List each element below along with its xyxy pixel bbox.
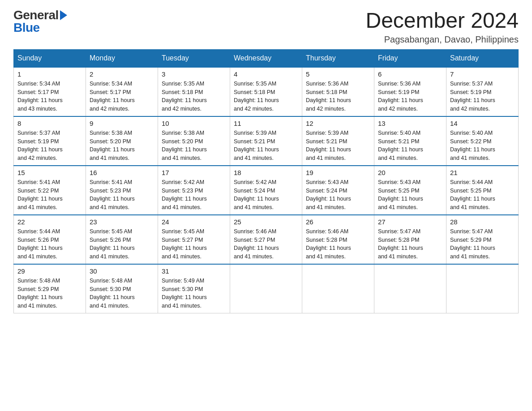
day-info: Sunrise: 5:35 AM Sunset: 5:18 PM Dayligh… <box>162 80 226 113</box>
calendar-week-row: 1 Sunrise: 5:34 AM Sunset: 5:17 PM Dayli… <box>14 67 519 116</box>
calendar-cell: 26 Sunrise: 5:46 AM Sunset: 5:28 PM Dayl… <box>302 215 374 264</box>
day-info: Sunrise: 5:48 AM Sunset: 5:29 PM Dayligh… <box>17 277 82 310</box>
calendar-header-sunday: Sunday <box>14 49 86 67</box>
calendar-cell: 3 Sunrise: 5:35 AM Sunset: 5:18 PM Dayli… <box>158 67 230 116</box>
day-number: 2 <box>90 70 154 78</box>
calendar-cell: 25 Sunrise: 5:46 AM Sunset: 5:27 PM Dayl… <box>230 215 302 264</box>
calendar-cell <box>302 264 374 313</box>
day-number: 14 <box>450 120 515 127</box>
day-number: 27 <box>378 218 442 226</box>
calendar-cell: 21 Sunrise: 5:44 AM Sunset: 5:25 PM Dayl… <box>446 166 519 215</box>
calendar-cell <box>230 264 302 313</box>
calendar-cell: 8 Sunrise: 5:37 AM Sunset: 5:19 PM Dayli… <box>14 116 86 166</box>
calendar-header-thursday: Thursday <box>302 49 374 67</box>
calendar-week-row: 8 Sunrise: 5:37 AM Sunset: 5:19 PM Dayli… <box>14 116 519 166</box>
day-number: 26 <box>306 218 370 226</box>
day-number: 11 <box>234 120 298 127</box>
day-number: 22 <box>17 218 82 226</box>
day-info: Sunrise: 5:48 AM Sunset: 5:30 PM Dayligh… <box>90 277 154 310</box>
day-number: 28 <box>450 218 515 226</box>
day-number: 8 <box>17 120 82 127</box>
calendar-cell: 31 Sunrise: 5:49 AM Sunset: 5:30 PM Dayl… <box>158 264 230 313</box>
day-number: 31 <box>162 267 226 275</box>
day-number: 16 <box>90 169 154 176</box>
day-info: Sunrise: 5:44 AM Sunset: 5:26 PM Dayligh… <box>17 227 82 261</box>
day-info: Sunrise: 5:36 AM Sunset: 5:19 PM Dayligh… <box>378 80 442 113</box>
location-title: Pagsabangan, Davao, Philippines <box>365 34 519 45</box>
day-info: Sunrise: 5:37 AM Sunset: 5:19 PM Dayligh… <box>17 129 82 163</box>
day-info: Sunrise: 5:46 AM Sunset: 5:28 PM Dayligh… <box>306 227 370 261</box>
day-info: Sunrise: 5:44 AM Sunset: 5:25 PM Dayligh… <box>450 178 515 212</box>
day-number: 4 <box>234 70 298 78</box>
day-number: 13 <box>378 120 442 127</box>
page-header: General Blue December 2024 Pagsabangan, … <box>13 9 519 45</box>
day-number: 23 <box>90 218 154 226</box>
calendar-cell: 14 Sunrise: 5:40 AM Sunset: 5:22 PM Dayl… <box>446 116 519 166</box>
day-number: 6 <box>378 70 442 78</box>
day-number: 30 <box>90 267 154 275</box>
calendar-week-row: 15 Sunrise: 5:41 AM Sunset: 5:22 PM Dayl… <box>14 166 519 215</box>
calendar-cell: 10 Sunrise: 5:38 AM Sunset: 5:20 PM Dayl… <box>158 116 230 166</box>
calendar-cell: 17 Sunrise: 5:42 AM Sunset: 5:23 PM Dayl… <box>158 166 230 215</box>
calendar-cell: 27 Sunrise: 5:47 AM Sunset: 5:28 PM Dayl… <box>374 215 446 264</box>
day-number: 7 <box>450 70 515 78</box>
day-number: 3 <box>162 70 226 78</box>
day-number: 20 <box>378 169 442 176</box>
logo: General Blue <box>13 9 67 34</box>
calendar-week-row: 29 Sunrise: 5:48 AM Sunset: 5:29 PM Dayl… <box>14 264 519 313</box>
calendar-cell: 5 Sunrise: 5:36 AM Sunset: 5:18 PM Dayli… <box>302 67 374 116</box>
calendar-cell: 6 Sunrise: 5:36 AM Sunset: 5:19 PM Dayli… <box>374 67 446 116</box>
calendar-cell: 16 Sunrise: 5:41 AM Sunset: 5:23 PM Dayl… <box>86 166 158 215</box>
day-info: Sunrise: 5:41 AM Sunset: 5:23 PM Dayligh… <box>90 178 154 212</box>
calendar-week-row: 22 Sunrise: 5:44 AM Sunset: 5:26 PM Dayl… <box>14 215 519 264</box>
calendar-cell: 20 Sunrise: 5:43 AM Sunset: 5:25 PM Dayl… <box>374 166 446 215</box>
day-info: Sunrise: 5:41 AM Sunset: 5:22 PM Dayligh… <box>17 178 82 212</box>
calendar-cell: 23 Sunrise: 5:45 AM Sunset: 5:26 PM Dayl… <box>86 215 158 264</box>
calendar-cell: 11 Sunrise: 5:39 AM Sunset: 5:21 PM Dayl… <box>230 116 302 166</box>
calendar-cell: 28 Sunrise: 5:47 AM Sunset: 5:29 PM Dayl… <box>446 215 519 264</box>
calendar-header-friday: Friday <box>374 49 446 67</box>
day-info: Sunrise: 5:42 AM Sunset: 5:24 PM Dayligh… <box>234 178 298 212</box>
calendar-cell: 12 Sunrise: 5:39 AM Sunset: 5:21 PM Dayl… <box>302 116 374 166</box>
calendar-header-row: SundayMondayTuesdayWednesdayThursdayFrid… <box>14 49 519 67</box>
calendar-header-saturday: Saturday <box>446 49 519 67</box>
calendar-cell: 29 Sunrise: 5:48 AM Sunset: 5:29 PM Dayl… <box>14 264 86 313</box>
calendar-header-tuesday: Tuesday <box>158 49 230 67</box>
day-info: Sunrise: 5:38 AM Sunset: 5:20 PM Dayligh… <box>162 129 226 163</box>
day-number: 10 <box>162 120 226 127</box>
calendar-cell: 24 Sunrise: 5:45 AM Sunset: 5:27 PM Dayl… <box>158 215 230 264</box>
calendar-header-wednesday: Wednesday <box>230 49 302 67</box>
month-title: December 2024 <box>365 9 519 33</box>
calendar-cell: 30 Sunrise: 5:48 AM Sunset: 5:30 PM Dayl… <box>86 264 158 313</box>
calendar-cell: 2 Sunrise: 5:34 AM Sunset: 5:17 PM Dayli… <box>86 67 158 116</box>
day-info: Sunrise: 5:36 AM Sunset: 5:18 PM Dayligh… <box>306 80 370 113</box>
day-number: 29 <box>17 267 82 275</box>
calendar-cell: 13 Sunrise: 5:40 AM Sunset: 5:21 PM Dayl… <box>374 116 446 166</box>
day-info: Sunrise: 5:39 AM Sunset: 5:21 PM Dayligh… <box>234 129 298 163</box>
logo-general: General <box>13 9 59 21</box>
day-number: 18 <box>234 169 298 176</box>
day-info: Sunrise: 5:37 AM Sunset: 5:19 PM Dayligh… <box>450 80 515 113</box>
day-number: 25 <box>234 218 298 226</box>
calendar-cell: 4 Sunrise: 5:35 AM Sunset: 5:18 PM Dayli… <box>230 67 302 116</box>
day-info: Sunrise: 5:35 AM Sunset: 5:18 PM Dayligh… <box>234 80 298 113</box>
calendar-cell: 22 Sunrise: 5:44 AM Sunset: 5:26 PM Dayl… <box>14 215 86 264</box>
calendar-cell: 15 Sunrise: 5:41 AM Sunset: 5:22 PM Dayl… <box>14 166 86 215</box>
calendar-cell: 7 Sunrise: 5:37 AM Sunset: 5:19 PM Dayli… <box>446 67 519 116</box>
day-number: 12 <box>306 120 370 127</box>
day-info: Sunrise: 5:43 AM Sunset: 5:24 PM Dayligh… <box>306 178 370 212</box>
day-info: Sunrise: 5:47 AM Sunset: 5:28 PM Dayligh… <box>378 227 442 261</box>
day-info: Sunrise: 5:45 AM Sunset: 5:26 PM Dayligh… <box>90 227 154 261</box>
day-info: Sunrise: 5:34 AM Sunset: 5:17 PM Dayligh… <box>17 80 82 113</box>
calendar-table: SundayMondayTuesdayWednesdayThursdayFrid… <box>13 49 519 313</box>
day-number: 1 <box>17 70 82 78</box>
logo-triangle-icon <box>59 10 67 20</box>
title-section: December 2024 Pagsabangan, Davao, Philip… <box>365 9 519 45</box>
day-number: 9 <box>90 120 154 127</box>
day-number: 17 <box>162 169 226 176</box>
calendar-cell <box>446 264 519 313</box>
calendar-cell: 18 Sunrise: 5:42 AM Sunset: 5:24 PM Dayl… <box>230 166 302 215</box>
calendar-cell <box>374 264 446 313</box>
day-number: 15 <box>17 169 82 176</box>
day-info: Sunrise: 5:49 AM Sunset: 5:30 PM Dayligh… <box>162 277 226 310</box>
